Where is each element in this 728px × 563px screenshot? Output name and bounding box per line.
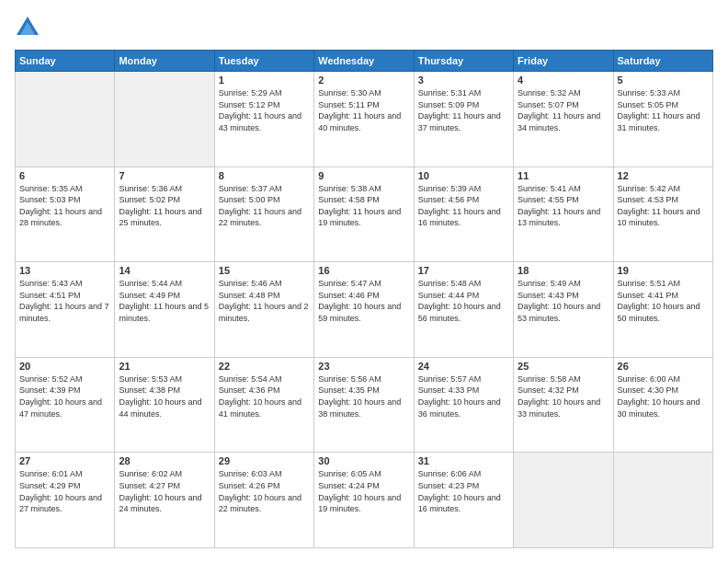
day-info: Sunrise: 5:47 AM Sunset: 4:46 PM Dayligh… (318, 278, 409, 324)
day-info: Sunrise: 5:39 AM Sunset: 4:56 PM Dayligh… (418, 183, 509, 229)
calendar-cell: 21Sunrise: 5:53 AM Sunset: 4:38 PM Dayli… (115, 357, 214, 453)
calendar-cell: 7Sunrise: 5:36 AM Sunset: 5:02 PM Daylig… (115, 167, 214, 262)
weekday-wednesday: Wednesday (314, 51, 414, 72)
day-info: Sunrise: 5:44 AM Sunset: 4:49 PM Dayligh… (119, 278, 210, 324)
day-info: Sunrise: 5:35 AM Sunset: 5:03 PM Dayligh… (19, 183, 110, 229)
day-number: 21 (119, 361, 210, 372)
day-info: Sunrise: 5:38 AM Sunset: 4:58 PM Dayligh… (318, 183, 409, 229)
day-number: 28 (119, 455, 210, 466)
calendar-cell: 20Sunrise: 5:52 AM Sunset: 4:39 PM Dayli… (16, 357, 115, 453)
day-number: 6 (19, 170, 110, 181)
calendar-cell: 3Sunrise: 5:31 AM Sunset: 5:09 PM Daylig… (414, 72, 513, 167)
calendar-cell: 14Sunrise: 5:44 AM Sunset: 4:49 PM Dayli… (115, 262, 214, 358)
calendar-cell: 28Sunrise: 6:02 AM Sunset: 4:27 PM Dayli… (115, 453, 214, 548)
calendar-cell: 4Sunrise: 5:32 AM Sunset: 5:07 PM Daylig… (514, 72, 613, 167)
week-row-3: 13Sunrise: 5:43 AM Sunset: 4:51 PM Dayli… (16, 262, 713, 358)
day-number: 17 (418, 265, 509, 276)
calendar-cell: 5Sunrise: 5:33 AM Sunset: 5:05 PM Daylig… (613, 72, 712, 167)
day-info: Sunrise: 6:06 AM Sunset: 4:23 PM Dayligh… (418, 468, 509, 514)
calendar-cell: 9Sunrise: 5:38 AM Sunset: 4:58 PM Daylig… (314, 167, 414, 262)
weekday-header-row: SundayMondayTuesdayWednesdayThursdayFrid… (16, 51, 713, 72)
day-info: Sunrise: 5:56 AM Sunset: 4:35 PM Dayligh… (318, 373, 409, 419)
calendar-cell: 16Sunrise: 5:47 AM Sunset: 4:46 PM Dayli… (314, 262, 414, 358)
weekday-friday: Friday (514, 51, 613, 72)
day-info: Sunrise: 5:43 AM Sunset: 4:51 PM Dayligh… (19, 278, 110, 324)
calendar-cell: 18Sunrise: 5:49 AM Sunset: 4:43 PM Dayli… (514, 262, 613, 358)
day-info: Sunrise: 5:33 AM Sunset: 5:05 PM Dayligh… (618, 87, 709, 133)
calendar-cell: 13Sunrise: 5:43 AM Sunset: 4:51 PM Dayli… (16, 262, 115, 358)
day-number: 23 (318, 361, 409, 372)
day-info: Sunrise: 5:42 AM Sunset: 4:53 PM Dayligh… (618, 183, 709, 229)
day-info: Sunrise: 5:36 AM Sunset: 5:02 PM Dayligh… (119, 183, 210, 229)
day-number: 27 (19, 455, 110, 466)
calendar-cell: 6Sunrise: 5:35 AM Sunset: 5:03 PM Daylig… (16, 167, 115, 262)
day-info: Sunrise: 6:01 AM Sunset: 4:29 PM Dayligh… (19, 468, 110, 514)
week-row-4: 20Sunrise: 5:52 AM Sunset: 4:39 PM Dayli… (16, 357, 713, 453)
calendar-table: SundayMondayTuesdayWednesdayThursdayFrid… (15, 50, 713, 548)
day-number: 4 (518, 75, 609, 86)
day-info: Sunrise: 5:58 AM Sunset: 4:32 PM Dayligh… (518, 373, 609, 419)
calendar-cell: 27Sunrise: 6:01 AM Sunset: 4:29 PM Dayli… (16, 453, 115, 548)
weekday-sunday: Sunday (16, 51, 115, 72)
day-info: Sunrise: 5:57 AM Sunset: 4:33 PM Dayligh… (418, 373, 509, 419)
calendar-cell: 23Sunrise: 5:56 AM Sunset: 4:35 PM Dayli… (314, 357, 414, 453)
day-info: Sunrise: 6:05 AM Sunset: 4:24 PM Dayligh… (318, 468, 409, 514)
calendar-cell: 29Sunrise: 6:03 AM Sunset: 4:26 PM Dayli… (214, 453, 313, 548)
week-row-2: 6Sunrise: 5:35 AM Sunset: 5:03 PM Daylig… (16, 167, 713, 262)
day-info: Sunrise: 6:03 AM Sunset: 4:26 PM Dayligh… (219, 468, 310, 514)
calendar-cell (613, 453, 712, 548)
day-info: Sunrise: 5:31 AM Sunset: 5:09 PM Dayligh… (418, 87, 509, 133)
day-number: 12 (618, 170, 709, 181)
calendar-cell: 11Sunrise: 5:41 AM Sunset: 4:55 PM Dayli… (514, 167, 613, 262)
day-number: 30 (318, 455, 409, 466)
day-info: Sunrise: 5:51 AM Sunset: 4:41 PM Dayligh… (618, 278, 709, 324)
day-number: 26 (618, 361, 709, 372)
day-number: 15 (219, 265, 310, 276)
day-number: 25 (518, 361, 609, 372)
weekday-monday: Monday (115, 51, 214, 72)
calendar-cell (16, 72, 115, 167)
day-number: 11 (518, 170, 609, 181)
day-number: 9 (318, 170, 409, 181)
weekday-thursday: Thursday (414, 51, 513, 72)
header (15, 15, 713, 40)
day-info: Sunrise: 5:37 AM Sunset: 5:00 PM Dayligh… (219, 183, 310, 229)
calendar-cell: 25Sunrise: 5:58 AM Sunset: 4:32 PM Dayli… (514, 357, 613, 453)
calendar-cell: 19Sunrise: 5:51 AM Sunset: 4:41 PM Dayli… (613, 262, 712, 358)
calendar-cell: 8Sunrise: 5:37 AM Sunset: 5:00 PM Daylig… (214, 167, 313, 262)
day-number: 18 (518, 265, 609, 276)
logo (15, 15, 44, 40)
day-number: 7 (119, 170, 210, 181)
day-number: 29 (219, 455, 310, 466)
calendar-cell: 26Sunrise: 6:00 AM Sunset: 4:30 PM Dayli… (613, 357, 712, 453)
day-info: Sunrise: 5:49 AM Sunset: 4:43 PM Dayligh… (518, 278, 609, 324)
day-info: Sunrise: 6:02 AM Sunset: 4:27 PM Dayligh… (119, 468, 210, 514)
day-number: 2 (318, 75, 409, 86)
day-number: 10 (418, 170, 509, 181)
calendar-cell: 22Sunrise: 5:54 AM Sunset: 4:36 PM Dayli… (214, 357, 313, 453)
logo-icon (15, 15, 40, 40)
calendar-cell: 15Sunrise: 5:46 AM Sunset: 4:48 PM Dayli… (214, 262, 313, 358)
calendar-cell: 10Sunrise: 5:39 AM Sunset: 4:56 PM Dayli… (414, 167, 513, 262)
day-info: Sunrise: 5:53 AM Sunset: 4:38 PM Dayligh… (119, 373, 210, 419)
day-number: 31 (418, 455, 509, 466)
calendar-cell: 24Sunrise: 5:57 AM Sunset: 4:33 PM Dayli… (414, 357, 513, 453)
day-number: 5 (618, 75, 709, 86)
day-number: 3 (418, 75, 509, 86)
calendar-cell: 12Sunrise: 5:42 AM Sunset: 4:53 PM Dayli… (613, 167, 712, 262)
day-number: 1 (219, 75, 310, 86)
calendar-cell (115, 72, 214, 167)
day-info: Sunrise: 5:30 AM Sunset: 5:11 PM Dayligh… (318, 87, 409, 133)
day-info: Sunrise: 5:48 AM Sunset: 4:44 PM Dayligh… (418, 278, 509, 324)
weekday-saturday: Saturday (613, 51, 712, 72)
week-row-5: 27Sunrise: 6:01 AM Sunset: 4:29 PM Dayli… (16, 453, 713, 548)
day-info: Sunrise: 5:52 AM Sunset: 4:39 PM Dayligh… (19, 373, 110, 419)
day-number: 20 (19, 361, 110, 372)
calendar-cell: 2Sunrise: 5:30 AM Sunset: 5:11 PM Daylig… (314, 72, 414, 167)
weekday-tuesday: Tuesday (214, 51, 313, 72)
week-row-1: 1Sunrise: 5:29 AM Sunset: 5:12 PM Daylig… (16, 72, 713, 167)
page: SundayMondayTuesdayWednesdayThursdayFrid… (0, 0, 728, 563)
day-info: Sunrise: 5:54 AM Sunset: 4:36 PM Dayligh… (219, 373, 310, 419)
day-number: 22 (219, 361, 310, 372)
calendar-cell: 1Sunrise: 5:29 AM Sunset: 5:12 PM Daylig… (214, 72, 313, 167)
